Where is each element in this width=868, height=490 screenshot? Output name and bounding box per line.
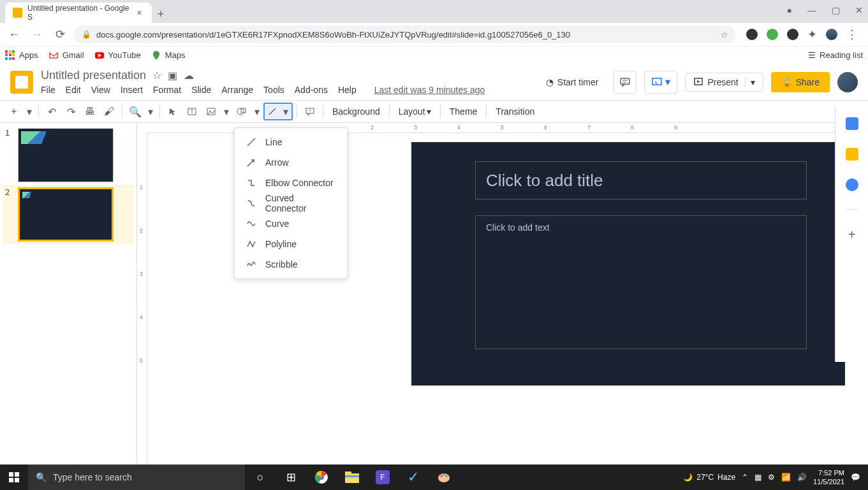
tray-icon[interactable]: ⚙ (768, 473, 775, 482)
background-button[interactable]: Background (327, 103, 385, 120)
app-taskbar-icon-2[interactable]: ✓ (398, 465, 429, 490)
share-button[interactable]: 🔒 Share (771, 72, 830, 92)
textbox-tool[interactable]: T (183, 103, 201, 120)
shape-tool[interactable] (233, 103, 251, 120)
app-taskbar-icon-1[interactable]: F (367, 465, 398, 490)
slide-canvas[interactable]: Click to add title Click to add text (411, 142, 845, 386)
account-avatar[interactable] (837, 72, 858, 92)
move-icon[interactable]: ▣ (168, 69, 177, 82)
menu-slide[interactable]: Slide (191, 85, 211, 95)
select-tool[interactable] (164, 103, 182, 120)
document-title[interactable]: Untitled presentation (41, 69, 146, 82)
menu-addons[interactable]: Add-ons (295, 85, 328, 95)
cortana-icon[interactable]: ○ (245, 465, 276, 490)
line-menu-line[interactable]: Line (235, 132, 347, 152)
menu-tools[interactable]: Tools (263, 85, 284, 95)
maps-bookmark[interactable]: Maps (151, 50, 186, 61)
taskbar-search[interactable]: 🔍 Type here to search (28, 465, 245, 490)
apps-bookmark[interactable]: Apps (5, 50, 38, 61)
tray-icon[interactable]: ▦ (754, 473, 761, 482)
paint-taskbar-icon[interactable] (429, 465, 459, 490)
line-menu-polyline[interactable]: Polyline (235, 234, 347, 254)
new-slide-dropdown[interactable]: ▾ (24, 103, 34, 120)
redo-button[interactable]: ↷ (62, 103, 80, 120)
slideshow-dropdown[interactable]: ▾ (644, 71, 677, 94)
line-tool-split-button[interactable]: ▾ (263, 103, 293, 120)
task-view-icon[interactable]: ⊞ (276, 465, 306, 490)
line-dropdown-caret[interactable]: ▾ (280, 104, 291, 119)
new-tab-button[interactable]: + (152, 5, 170, 23)
keep-icon[interactable] (846, 148, 858, 161)
line-menu-curved[interactable]: Curved Connector (235, 193, 347, 213)
menu-format[interactable]: Format (153, 85, 181, 95)
close-tab-icon[interactable]: × (135, 8, 144, 18)
slide-title-placeholder[interactable]: Click to add title (475, 161, 807, 199)
notifications-icon[interactable]: 💬 (851, 473, 860, 482)
menu-insert[interactable]: Insert (121, 85, 143, 95)
present-button[interactable]: Present ▾ (685, 73, 763, 92)
comments-button[interactable] (614, 71, 636, 94)
chrome-menu-icon[interactable]: ⋮ (846, 27, 858, 41)
new-slide-button[interactable]: + (5, 103, 23, 120)
youtube-bookmark[interactable]: YouTube (94, 50, 141, 61)
menu-file[interactable]: File (41, 85, 55, 95)
back-button[interactable]: ← (5, 25, 23, 43)
cloud-icon[interactable]: ☁ (184, 69, 194, 82)
forward-button[interactable]: → (28, 25, 46, 43)
calendar-icon[interactable] (846, 117, 858, 130)
ext-icon-1[interactable] (746, 29, 758, 40)
image-dropdown[interactable]: ▾ (221, 103, 232, 120)
extensions-icon[interactable]: ✦ (807, 27, 817, 41)
undo-button[interactable]: ↶ (43, 103, 61, 120)
line-tool[interactable] (265, 104, 280, 119)
slide-thumb-2[interactable]: 2 (3, 185, 134, 244)
zoom-button[interactable]: 🔍 (126, 103, 144, 120)
slides-logo[interactable] (10, 71, 33, 94)
menu-arrange[interactable]: Arrange (221, 85, 253, 95)
line-menu-elbow[interactable]: Elbow Connector (235, 173, 347, 193)
menu-view[interactable]: View (91, 85, 110, 95)
menu-help[interactable]: Help (338, 85, 357, 95)
comment-tool[interactable]: + (301, 103, 319, 120)
start-button[interactable] (0, 465, 28, 490)
clock[interactable]: 7:52 PM 11/5/2021 (813, 468, 844, 487)
dropdown-caret-icon[interactable]: ▾ (745, 77, 755, 87)
slide-text-placeholder[interactable]: Click to add text (475, 215, 807, 349)
browser-tab[interactable]: Untitled presentation - Google S × (5, 3, 152, 23)
reading-list-button[interactable]: ☰ Reading list (808, 50, 863, 60)
address-bar[interactable]: 🔒 docs.google.com/presentation/d/1eGTXE6… (74, 25, 736, 43)
tray-chevron-icon[interactable]: ⌃ (742, 473, 748, 482)
account-icon[interactable]: ● (787, 5, 792, 15)
theme-button[interactable]: Theme (445, 103, 483, 120)
ext-icon-2[interactable] (767, 29, 778, 40)
add-panel-icon[interactable]: + (848, 227, 856, 242)
chrome-taskbar-icon[interactable] (306, 465, 337, 490)
last-edit-link[interactable]: Last edit was 9 minutes ago (374, 85, 485, 95)
transition-button[interactable]: Transition (490, 103, 540, 120)
profile-icon[interactable] (826, 29, 837, 40)
print-button[interactable]: 🖶 (81, 103, 99, 120)
maximize-icon[interactable]: ▢ (832, 5, 840, 15)
line-menu-arrow[interactable]: Arrow (235, 152, 347, 173)
minimize-icon[interactable]: — (807, 5, 816, 15)
star-icon[interactable]: ☆ (152, 69, 161, 82)
paint-format-button[interactable]: 🖌 (100, 103, 118, 120)
menu-edit[interactable]: Edit (66, 85, 81, 95)
slide-thumb-1[interactable]: 1 (5, 128, 131, 182)
line-menu-curve[interactable]: Curve (235, 213, 347, 234)
reload-button[interactable]: ⟳ (51, 25, 69, 43)
zoom-dropdown[interactable]: ▾ (145, 103, 156, 120)
close-window-icon[interactable]: ✕ (855, 5, 863, 15)
shape-dropdown[interactable]: ▾ (252, 103, 262, 120)
wifi-icon[interactable]: 📶 (781, 473, 791, 482)
weather-widget[interactable]: 🌙 27°C Haze (683, 473, 735, 482)
explorer-taskbar-icon[interactable] (337, 465, 367, 490)
start-timer-button[interactable]: ◔ Start timer (538, 73, 607, 91)
tasks-icon[interactable] (846, 178, 858, 191)
gmail-bookmark[interactable]: Gmail (48, 50, 84, 61)
image-tool[interactable] (202, 103, 220, 120)
star-icon[interactable]: ☆ (721, 30, 728, 40)
layout-button[interactable]: Layout ▾ (394, 103, 436, 120)
volume-icon[interactable]: 🔊 (797, 473, 807, 482)
ext-icon-3[interactable] (787, 29, 798, 40)
